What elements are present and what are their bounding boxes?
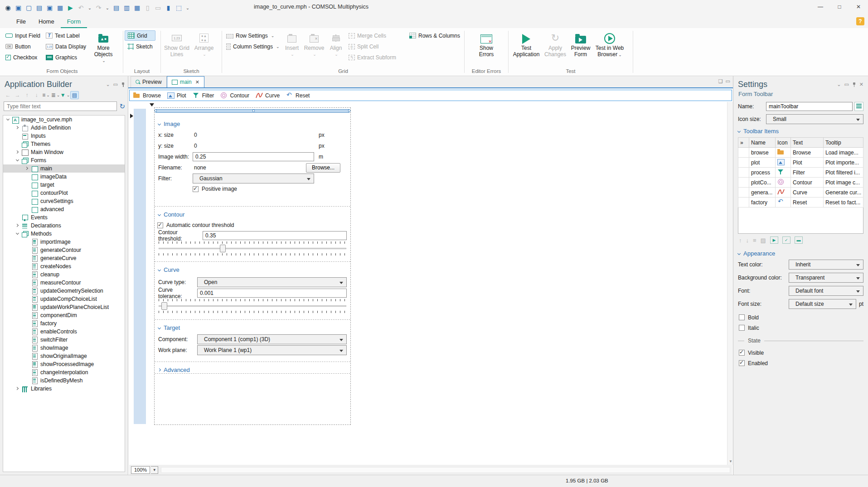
tree-item-enableControls[interactable]: enableControls: [3, 328, 125, 336]
panel-menu-icon[interactable]: ⌄: [837, 82, 841, 87]
comsol-logo-icon[interactable]: [4, 4, 12, 12]
tree-item-showImage[interactable]: showImage: [3, 344, 125, 352]
tree-item-Forms[interactable]: Forms: [3, 156, 125, 164]
curve-type-dropdown[interactable]: Open: [197, 277, 347, 287]
test-in-web-browser-button[interactable]: Test in Web Browser⌄: [593, 30, 626, 59]
toolbar-name-input[interactable]: [766, 102, 853, 111]
redo-icon[interactable]: [94, 4, 103, 12]
selection-handle[interactable]: [252, 110, 255, 112]
auto-contour-threshold-checkbox[interactable]: [157, 222, 163, 228]
add-button-icon[interactable]: ▶: [770, 236, 778, 244]
toolbar-item-row-browse[interactable]: browseBrowseLoad image...: [738, 148, 863, 158]
curve-tolerance-input[interactable]: [197, 289, 347, 298]
delete-item-icon[interactable]: ≡: [753, 237, 756, 244]
zoom-level-select[interactable]: 100%: [131, 466, 150, 474]
toolbar-item-row-filter[interactable]: processFilterPlot filtered i...: [738, 168, 863, 178]
appearance-header[interactable]: Appearance: [738, 250, 863, 257]
undo-icon[interactable]: [77, 4, 85, 12]
column-header-tooltip[interactable]: Tooltip: [824, 138, 863, 148]
toolbar-item-row-curve[interactable]: genera...CurveGenerate cur...: [738, 188, 863, 198]
tree-item-target[interactable]: target: [3, 181, 125, 189]
reset-toolbar-button[interactable]: Reset: [286, 92, 310, 99]
tree-item-imageData[interactable]: imageData: [3, 173, 125, 181]
close-tab-icon[interactable]: ✕: [195, 79, 199, 85]
expand-all-icon[interactable]: ⌄: [51, 91, 60, 99]
preview-document-icon[interactable]: [112, 4, 121, 12]
tree-item-switchFilter[interactable]: switchFilter: [3, 336, 125, 344]
column-header-name[interactable]: Name: [749, 138, 776, 148]
forward-icon[interactable]: [13, 91, 22, 99]
editor-maximize-icon[interactable]: ▭: [726, 78, 730, 84]
show-errors-button[interactable]: Show Errors: [472, 30, 501, 59]
row-marker-icon[interactable]: [130, 114, 133, 118]
extract-subform-button[interactable]: ↰Extract Subform: [346, 52, 407, 63]
plot-toolbar-button[interactable]: Plot: [167, 92, 186, 99]
horizontal-scrollbar[interactable]: [161, 467, 730, 473]
tree-item-Declarations[interactable]: Declarations: [3, 222, 125, 230]
application-icon[interactable]: [14, 4, 23, 12]
expand-columns-header[interactable]: »: [738, 138, 749, 148]
duplicate-icon[interactable]: [154, 4, 162, 12]
filter-dropdown[interactable]: Gaussian: [193, 174, 314, 183]
preview-form-button[interactable]: Preview Form: [568, 30, 593, 59]
italic-checkbox[interactable]: [739, 325, 745, 331]
positive-image-checkbox[interactable]: [193, 186, 199, 192]
input-field-button[interactable]: Input Field: [3, 30, 43, 41]
component-dropdown[interactable]: Component 1 (comp1) (3D): [197, 334, 347, 344]
edit-item-icon[interactable]: ▨: [761, 237, 766, 244]
tab-file[interactable]: File: [10, 16, 32, 28]
tree-item-advanced[interactable]: advanced: [3, 205, 125, 213]
tab-preview[interactable]: Preview: [131, 76, 167, 87]
edit-name-icon[interactable]: [854, 102, 863, 111]
work-plane-dropdown[interactable]: Work Plane 1 (wp1): [197, 345, 347, 355]
enabled-checkbox[interactable]: [739, 360, 745, 366]
graphics-button[interactable]: Graphics: [43, 52, 89, 63]
curve-tolerance-slider[interactable]: [159, 302, 346, 310]
move-up-icon[interactable]: ↑: [739, 237, 742, 244]
zoom-dropdown-icon[interactable]: ▼: [151, 466, 158, 474]
refresh-icon[interactable]: ↻: [119, 102, 125, 111]
filter-icon[interactable]: ⌄: [61, 91, 69, 99]
back-icon[interactable]: [4, 91, 12, 99]
merge-cells-button[interactable]: +Merge Cells: [346, 30, 407, 41]
column-settings-button[interactable]: Column Settings⌄: [223, 41, 281, 52]
paste-icon[interactable]: [143, 4, 152, 12]
target-section-header[interactable]: Target: [158, 323, 348, 333]
move-down-icon[interactable]: ↓: [746, 237, 749, 244]
tree-item-Events[interactable]: Events: [3, 213, 125, 222]
tab-home[interactable]: Home: [32, 16, 61, 28]
filter-toolbar-button[interactable]: Filter: [193, 92, 214, 99]
column-header-text[interactable]: Text: [791, 138, 824, 148]
tree-item-isDefinedByMesh[interactable]: isDefinedByMesh: [3, 376, 125, 385]
tree-item-contourPlot[interactable]: contourPlot: [3, 189, 125, 197]
tree-item-showOriginalImage[interactable]: showOriginalImage: [3, 352, 125, 360]
remove-button[interactable]: ✕ Remove⌄: [302, 30, 326, 59]
panel-menu-icon[interactable]: ⌄: [106, 82, 110, 87]
font-dropdown[interactable]: Default font: [789, 286, 863, 296]
tree-item-changeInterpolation[interactable]: changeInterpolation: [3, 368, 125, 376]
tree-item-Methods[interactable]: Methods: [3, 230, 125, 238]
more-objects-button[interactable]: ▲● More Objects⌄: [89, 30, 118, 65]
selection-handle[interactable]: [348, 110, 350, 112]
toolbar-items-header[interactable]: Toolbar Items: [738, 128, 863, 135]
tree-item-measureContour[interactable]: measureContour: [3, 279, 125, 287]
tree-item-updateWorkPlaneChoiceList[interactable]: updateWorkPlaneChoiceList: [3, 303, 125, 311]
add-toggle-icon[interactable]: ✓: [782, 236, 790, 244]
browse-toolbar-button[interactable]: Browse: [133, 92, 161, 99]
contour-section-header[interactable]: Contour: [158, 209, 348, 219]
editor-restore-icon[interactable]: ❑: [718, 78, 723, 84]
curve-toolbar-button[interactable]: Curve: [256, 92, 280, 99]
tree-item-factory[interactable]: factory: [3, 319, 125, 328]
panel-close-icon[interactable]: ✕: [859, 82, 863, 87]
checkbox-object-button[interactable]: Checkbox: [3, 52, 43, 63]
tree-item-Themes[interactable]: Themes: [3, 140, 125, 148]
add-separator-icon[interactable]: ▬: [795, 236, 803, 244]
delete-icon[interactable]: [164, 4, 173, 12]
select-region-icon[interactable]: [175, 4, 183, 12]
tree-item-image_to_curve.mph[interactable]: image_to_curve.mph: [3, 116, 125, 124]
tree-item-cleanup[interactable]: cleanup: [3, 270, 125, 279]
text-label-button[interactable]: TText Label: [43, 30, 89, 41]
panel-pin-icon[interactable]: [852, 82, 856, 87]
new-file-icon[interactable]: [24, 4, 33, 12]
icon-size-dropdown[interactable]: Small: [766, 114, 863, 124]
